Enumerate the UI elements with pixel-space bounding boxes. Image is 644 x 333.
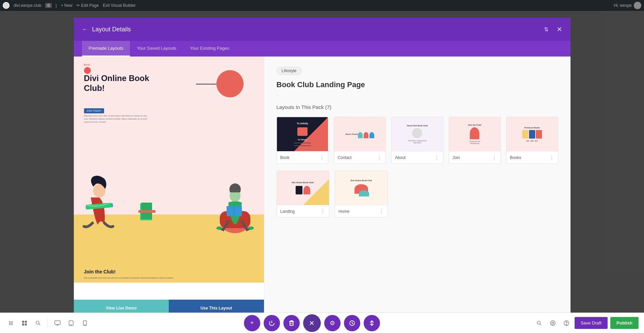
wp-logo-icon — [3, 2, 10, 9]
site-name[interactable]: divi.wespe.club — [14, 3, 41, 8]
new-button[interactable]: + New — [61, 3, 72, 8]
user-avatar[interactable] — [634, 2, 641, 9]
exit-visual-builder-button[interactable]: Exit Visual Builder — [103, 3, 136, 8]
edit-page-button[interactable]: ✏ Edit Page — [77, 3, 99, 8]
comment-count[interactable]: 0 — [45, 3, 51, 8]
user-greeting: Hi, wespe — [614, 2, 641, 9]
wp-admin-bar: divi.wespe.club 0 | + New ✏ Edit Page Ex… — [0, 0, 644, 11]
